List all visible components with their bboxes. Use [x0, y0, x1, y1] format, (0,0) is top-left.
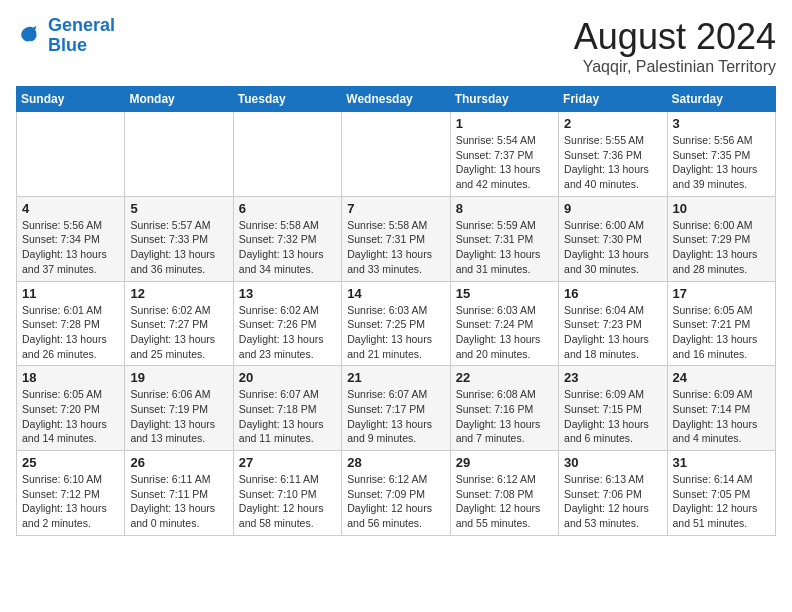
weekday-header-thursday: Thursday [450, 87, 558, 112]
day-info: Sunrise: 6:11 AM Sunset: 7:11 PM Dayligh… [130, 472, 227, 531]
calendar-cell [233, 112, 341, 197]
calendar-cell: 19Sunrise: 6:06 AM Sunset: 7:19 PM Dayli… [125, 366, 233, 451]
calendar-cell [17, 112, 125, 197]
calendar-week-row: 11Sunrise: 6:01 AM Sunset: 7:28 PM Dayli… [17, 281, 776, 366]
day-info: Sunrise: 6:05 AM Sunset: 7:21 PM Dayligh… [673, 303, 770, 362]
calendar-cell: 28Sunrise: 6:12 AM Sunset: 7:09 PM Dayli… [342, 451, 450, 536]
calendar-cell: 21Sunrise: 6:07 AM Sunset: 7:17 PM Dayli… [342, 366, 450, 451]
title-block: August 2024 Yaqqir, Palestinian Territor… [574, 16, 776, 76]
calendar-cell: 25Sunrise: 6:10 AM Sunset: 7:12 PM Dayli… [17, 451, 125, 536]
calendar-cell: 1Sunrise: 5:54 AM Sunset: 7:37 PM Daylig… [450, 112, 558, 197]
day-info: Sunrise: 6:07 AM Sunset: 7:18 PM Dayligh… [239, 387, 336, 446]
location-subtitle: Yaqqir, Palestinian Territory [574, 58, 776, 76]
calendar-cell: 7Sunrise: 5:58 AM Sunset: 7:31 PM Daylig… [342, 196, 450, 281]
calendar-week-row: 18Sunrise: 6:05 AM Sunset: 7:20 PM Dayli… [17, 366, 776, 451]
weekday-header-friday: Friday [559, 87, 667, 112]
day-info: Sunrise: 6:00 AM Sunset: 7:29 PM Dayligh… [673, 218, 770, 277]
calendar-cell: 14Sunrise: 6:03 AM Sunset: 7:25 PM Dayli… [342, 281, 450, 366]
calendar-cell: 9Sunrise: 6:00 AM Sunset: 7:30 PM Daylig… [559, 196, 667, 281]
calendar-cell: 15Sunrise: 6:03 AM Sunset: 7:24 PM Dayli… [450, 281, 558, 366]
day-info: Sunrise: 6:00 AM Sunset: 7:30 PM Dayligh… [564, 218, 661, 277]
day-info: Sunrise: 6:02 AM Sunset: 7:27 PM Dayligh… [130, 303, 227, 362]
weekday-header-tuesday: Tuesday [233, 87, 341, 112]
day-number: 12 [130, 286, 227, 301]
logo-text: General Blue [48, 16, 115, 56]
day-number: 14 [347, 286, 444, 301]
day-info: Sunrise: 6:11 AM Sunset: 7:10 PM Dayligh… [239, 472, 336, 531]
calendar-cell: 29Sunrise: 6:12 AM Sunset: 7:08 PM Dayli… [450, 451, 558, 536]
day-info: Sunrise: 6:01 AM Sunset: 7:28 PM Dayligh… [22, 303, 119, 362]
page-header: General Blue August 2024 Yaqqir, Palesti… [16, 16, 776, 76]
calendar-cell: 2Sunrise: 5:55 AM Sunset: 7:36 PM Daylig… [559, 112, 667, 197]
weekday-header-row: SundayMondayTuesdayWednesdayThursdayFrid… [17, 87, 776, 112]
day-number: 25 [22, 455, 119, 470]
day-number: 11 [22, 286, 119, 301]
day-number: 5 [130, 201, 227, 216]
day-info: Sunrise: 5:56 AM Sunset: 7:35 PM Dayligh… [673, 133, 770, 192]
calendar-cell: 26Sunrise: 6:11 AM Sunset: 7:11 PM Dayli… [125, 451, 233, 536]
calendar-cell: 22Sunrise: 6:08 AM Sunset: 7:16 PM Dayli… [450, 366, 558, 451]
calendar-cell: 6Sunrise: 5:58 AM Sunset: 7:32 PM Daylig… [233, 196, 341, 281]
day-info: Sunrise: 6:12 AM Sunset: 7:09 PM Dayligh… [347, 472, 444, 531]
calendar-cell: 8Sunrise: 5:59 AM Sunset: 7:31 PM Daylig… [450, 196, 558, 281]
day-info: Sunrise: 5:58 AM Sunset: 7:31 PM Dayligh… [347, 218, 444, 277]
calendar-cell: 5Sunrise: 5:57 AM Sunset: 7:33 PM Daylig… [125, 196, 233, 281]
calendar-cell: 24Sunrise: 6:09 AM Sunset: 7:14 PM Dayli… [667, 366, 775, 451]
day-info: Sunrise: 6:06 AM Sunset: 7:19 PM Dayligh… [130, 387, 227, 446]
day-info: Sunrise: 6:12 AM Sunset: 7:08 PM Dayligh… [456, 472, 553, 531]
day-number: 15 [456, 286, 553, 301]
day-info: Sunrise: 6:03 AM Sunset: 7:25 PM Dayligh… [347, 303, 444, 362]
day-info: Sunrise: 6:08 AM Sunset: 7:16 PM Dayligh… [456, 387, 553, 446]
day-number: 22 [456, 370, 553, 385]
day-info: Sunrise: 6:05 AM Sunset: 7:20 PM Dayligh… [22, 387, 119, 446]
calendar-cell: 18Sunrise: 6:05 AM Sunset: 7:20 PM Dayli… [17, 366, 125, 451]
day-number: 30 [564, 455, 661, 470]
day-info: Sunrise: 5:57 AM Sunset: 7:33 PM Dayligh… [130, 218, 227, 277]
day-info: Sunrise: 6:04 AM Sunset: 7:23 PM Dayligh… [564, 303, 661, 362]
calendar-cell: 13Sunrise: 6:02 AM Sunset: 7:26 PM Dayli… [233, 281, 341, 366]
day-number: 26 [130, 455, 227, 470]
day-info: Sunrise: 6:14 AM Sunset: 7:05 PM Dayligh… [673, 472, 770, 531]
day-info: Sunrise: 6:09 AM Sunset: 7:15 PM Dayligh… [564, 387, 661, 446]
day-info: Sunrise: 6:02 AM Sunset: 7:26 PM Dayligh… [239, 303, 336, 362]
calendar-week-row: 1Sunrise: 5:54 AM Sunset: 7:37 PM Daylig… [17, 112, 776, 197]
logo-icon [16, 22, 44, 50]
weekday-header-monday: Monday [125, 87, 233, 112]
calendar-table: SundayMondayTuesdayWednesdayThursdayFrid… [16, 86, 776, 536]
day-number: 7 [347, 201, 444, 216]
day-number: 3 [673, 116, 770, 131]
calendar-cell: 31Sunrise: 6:14 AM Sunset: 7:05 PM Dayli… [667, 451, 775, 536]
day-number: 1 [456, 116, 553, 131]
day-number: 2 [564, 116, 661, 131]
day-info: Sunrise: 5:56 AM Sunset: 7:34 PM Dayligh… [22, 218, 119, 277]
day-number: 19 [130, 370, 227, 385]
calendar-body: 1Sunrise: 5:54 AM Sunset: 7:37 PM Daylig… [17, 112, 776, 536]
day-number: 18 [22, 370, 119, 385]
day-number: 29 [456, 455, 553, 470]
logo-blue: Blue [48, 35, 87, 55]
day-number: 8 [456, 201, 553, 216]
calendar-cell: 16Sunrise: 6:04 AM Sunset: 7:23 PM Dayli… [559, 281, 667, 366]
day-info: Sunrise: 5:54 AM Sunset: 7:37 PM Dayligh… [456, 133, 553, 192]
day-info: Sunrise: 5:58 AM Sunset: 7:32 PM Dayligh… [239, 218, 336, 277]
calendar-cell: 17Sunrise: 6:05 AM Sunset: 7:21 PM Dayli… [667, 281, 775, 366]
day-number: 21 [347, 370, 444, 385]
calendar-cell: 12Sunrise: 6:02 AM Sunset: 7:27 PM Dayli… [125, 281, 233, 366]
day-number: 4 [22, 201, 119, 216]
day-info: Sunrise: 5:59 AM Sunset: 7:31 PM Dayligh… [456, 218, 553, 277]
calendar-header: SundayMondayTuesdayWednesdayThursdayFrid… [17, 87, 776, 112]
logo-general: General [48, 15, 115, 35]
calendar-cell [342, 112, 450, 197]
day-info: Sunrise: 6:07 AM Sunset: 7:17 PM Dayligh… [347, 387, 444, 446]
calendar-week-row: 25Sunrise: 6:10 AM Sunset: 7:12 PM Dayli… [17, 451, 776, 536]
calendar-cell: 20Sunrise: 6:07 AM Sunset: 7:18 PM Dayli… [233, 366, 341, 451]
calendar-week-row: 4Sunrise: 5:56 AM Sunset: 7:34 PM Daylig… [17, 196, 776, 281]
calendar-cell: 3Sunrise: 5:56 AM Sunset: 7:35 PM Daylig… [667, 112, 775, 197]
day-number: 27 [239, 455, 336, 470]
day-number: 17 [673, 286, 770, 301]
weekday-header-wednesday: Wednesday [342, 87, 450, 112]
day-number: 23 [564, 370, 661, 385]
day-info: Sunrise: 6:03 AM Sunset: 7:24 PM Dayligh… [456, 303, 553, 362]
calendar-cell: 23Sunrise: 6:09 AM Sunset: 7:15 PM Dayli… [559, 366, 667, 451]
day-number: 6 [239, 201, 336, 216]
